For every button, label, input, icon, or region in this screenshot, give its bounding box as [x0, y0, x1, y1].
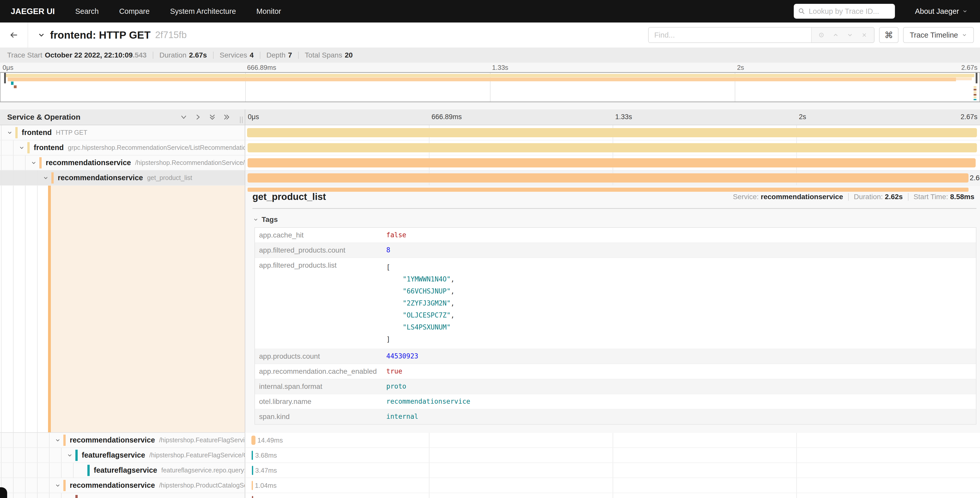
service-operation-header: Service & Operation — [7, 113, 81, 121]
tick-label: 0μs — [248, 113, 259, 121]
find-input[interactable]: Find... — [649, 28, 811, 42]
minimap-span-tick — [11, 81, 14, 85]
nav-item-search[interactable]: Search — [75, 7, 99, 16]
chevron-down-icon — [253, 217, 259, 222]
tick-label: 1.33s — [615, 113, 632, 121]
chevron-down-icon[interactable] — [67, 452, 73, 458]
span-row-frontend-http-get[interactable]: frontend HTTP GET — [0, 125, 980, 140]
tick-label: 0μs — [3, 64, 13, 72]
minimap-span-tick — [974, 91, 977, 93]
column-resizer-grip[interactable] — [240, 117, 243, 123]
trace-minimap-canvas[interactable] — [0, 72, 980, 102]
collapse-one-icon[interactable] — [180, 113, 188, 121]
chevron-down-icon[interactable] — [19, 145, 25, 151]
minimap-right-scrubber[interactable] — [976, 73, 977, 83]
tag-key: span.kind — [255, 409, 382, 424]
trace-start-fraction: .543 — [133, 51, 146, 59]
span-bar[interactable] — [248, 158, 976, 168]
span-row-featureflag-get[interactable]: featureflagservice /hipstershop.FeatureF… — [0, 448, 980, 463]
detail-span-bar[interactable] — [248, 188, 968, 192]
collapse-all-icon[interactable] — [208, 113, 216, 121]
detail-operation-title: get_product_list — [252, 192, 326, 202]
span-duration-label: 3.47ms — [255, 466, 277, 474]
trace-title: frontend: HTTP GET — [50, 29, 151, 41]
span-rows: frontend HTTP GET frontend grpc.hipsters… — [0, 125, 980, 498]
indent-guides — [0, 140, 14, 155]
span-color-accent — [88, 465, 90, 476]
app-logo[interactable]: JAEGER UI — [11, 6, 55, 16]
tag-value-list: [ 1YMWWN1N4O, 66VCHSJNUP, 2ZYFJ3GM2N, OL… — [382, 258, 976, 349]
chevron-down-icon[interactable] — [31, 160, 37, 166]
tag-value: recommendationservice — [382, 394, 976, 409]
span-detail-row: get_product_list Service: recommendation… — [0, 185, 980, 433]
span-row-frontend-grpc[interactable]: frontend grpc.hipstershop.Recommendation… — [0, 140, 980, 155]
minimap-span-band — [956, 77, 972, 80]
span-operation: /hipstershop.ProductCatalogSer... — [159, 482, 245, 489]
span-row-featureflag-repo-query[interactable]: featureflagservice featureflagservice.re… — [0, 463, 980, 478]
depth-value: 7 — [288, 51, 292, 59]
detail-service-value: recommendationservice — [761, 193, 843, 201]
selected-span-accent-stripe — [48, 185, 51, 432]
minimap-span-tick — [974, 94, 977, 96]
chevron-down-icon — [962, 32, 967, 38]
chevron-down-icon[interactable] — [55, 482, 61, 488]
minimap-left-scrubber[interactable] — [4, 73, 6, 83]
span-bar[interactable] — [248, 143, 977, 152]
next-match-icon[interactable] — [843, 32, 857, 38]
back-arrow-icon — [9, 30, 19, 40]
span-bar[interactable] — [252, 466, 253, 475]
indent-guides — [0, 171, 38, 185]
tag-key: app.filtered_products.count — [255, 243, 382, 258]
tick-label: 2.67s — [961, 113, 977, 121]
span-bar[interactable] — [248, 173, 968, 182]
nav-item-compare[interactable]: Compare — [119, 7, 150, 16]
indent-guides — [0, 448, 62, 463]
expand-one-icon[interactable] — [194, 113, 202, 121]
span-bar[interactable] — [251, 436, 256, 445]
chevron-down-icon — [37, 31, 46, 39]
indent-guides — [0, 125, 2, 140]
trace-start-value: October 22 2022, 22:10:09 — [45, 51, 133, 59]
tags-section-toggle[interactable]: Tags — [253, 215, 977, 224]
prev-match-icon[interactable] — [829, 32, 843, 38]
trace-view-selector[interactable]: Trace Timeline — [903, 27, 974, 43]
span-row-get-product-list[interactable]: recommendationservice get_product_list 2… — [0, 171, 980, 185]
span-bar[interactable] — [247, 128, 977, 137]
span-operation: HTTP GET — [56, 129, 88, 136]
expand-all-icon[interactable] — [223, 113, 231, 121]
focus-match-icon[interactable] — [814, 32, 829, 38]
about-jaeger-menu[interactable]: About Jaeger — [915, 7, 968, 16]
tick-label: 666.89ms — [247, 64, 276, 72]
tag-value: internal — [382, 409, 976, 424]
span-row-recommendation-list[interactable]: recommendationservice /hipstershop.Recom… — [0, 155, 980, 171]
trace-minimap-section: 0μs 666.89ms 1.33s 2s 2.67s — [0, 63, 980, 109]
minimap-span-tick — [974, 89, 977, 91]
tag-row: otel.library.name recommendationservice — [255, 394, 976, 409]
indent-guides — [0, 185, 50, 432]
span-color-accent — [64, 480, 66, 491]
span-operation: /hipstershop.FeatureFlagService... — [159, 436, 245, 444]
tag-value: true — [382, 364, 976, 379]
trace-title-collapse-toggle[interactable] — [37, 31, 46, 39]
span-row-featureflag-parent[interactable]: recommendationservice /hipstershop.Featu… — [0, 433, 980, 448]
trace-header: frontend: HTTP GET 2f715fb Find... — [0, 22, 980, 48]
services-value: 4 — [250, 51, 254, 59]
find-placeholder: Find... — [654, 31, 675, 39]
chevron-down-icon[interactable] — [6, 129, 13, 136]
span-row-productcatalog[interactable]: recommendationservice /hipstershop.Produ… — [0, 478, 980, 493]
span-bar[interactable] — [252, 496, 253, 498]
total-spans-value: 20 — [345, 51, 353, 59]
span-bar[interactable] — [251, 481, 253, 490]
chevron-down-icon[interactable] — [43, 175, 49, 181]
span-bar[interactable] — [251, 451, 253, 460]
nav-item-monitor[interactable]: Monitor — [256, 7, 281, 16]
back-button[interactable] — [0, 22, 28, 48]
span-row-partial[interactable] — [0, 493, 980, 498]
nav-item-system-architecture[interactable]: System Architecture — [170, 7, 236, 16]
trace-id-lookup-input[interactable]: Lookup by Trace ID... — [794, 4, 895, 19]
keyboard-shortcuts-button[interactable]: ⌘ — [879, 27, 899, 43]
indent-guides — [0, 433, 50, 447]
tag-row: app.products.count 44530923 — [255, 349, 976, 364]
chevron-down-icon[interactable] — [55, 437, 61, 443]
clear-find-icon[interactable] — [857, 32, 872, 38]
